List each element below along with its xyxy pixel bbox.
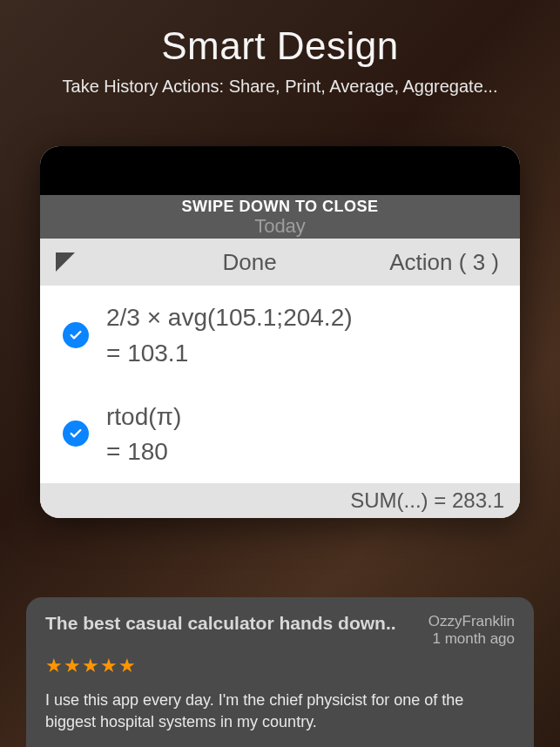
expression-text: rtod(π)	[106, 402, 181, 432]
hero-subtitle: Take History Actions: Share, Print, Aver…	[0, 77, 560, 97]
sum-row: SUM(...) = 283.1	[40, 483, 520, 518]
star-rating: ★★★★★	[45, 655, 515, 677]
review-title: The best casual calculator hands down..	[45, 613, 425, 634]
history-card: SWIPE DOWN TO CLOSE Today Done Action ( …	[40, 146, 520, 518]
history-toolbar: Done Action ( 3 )	[40, 239, 520, 286]
checkmark-icon[interactable]	[63, 421, 89, 447]
hero-title: Smart Design	[0, 24, 560, 68]
review-author: OzzyFranklin	[428, 613, 515, 630]
result-text: = 180	[106, 438, 181, 466]
review-body: I use this app every day. I'm the chief …	[45, 690, 515, 733]
hero-section: Smart Design Take History Actions: Share…	[0, 0, 560, 97]
swipe-handle[interactable]: SWIPE DOWN TO CLOSE Today	[40, 195, 520, 239]
calc-block: 2/3 × avg(105.1;204.2) = 103.1	[106, 303, 353, 367]
review-card: The best casual calculator hands down.. …	[26, 597, 534, 747]
checkmark-icon[interactable]	[63, 322, 89, 348]
action-button[interactable]: Action ( 3 )	[389, 249, 499, 276]
card-header-bar	[40, 146, 520, 195]
history-list: 2/3 × avg(105.1;204.2) = 103.1 rtod(π) =…	[40, 286, 520, 483]
swipe-label: SWIPE DOWN TO CLOSE	[40, 198, 520, 216]
list-item[interactable]: rtod(π) = 180	[40, 385, 520, 484]
review-header: The best casual calculator hands down.. …	[45, 613, 515, 648]
done-button[interactable]: Done	[110, 249, 389, 276]
review-date: 1 month ago	[428, 630, 515, 648]
dropdown-triangle-icon[interactable]	[56, 252, 75, 272]
list-item[interactable]: 2/3 × avg(105.1;204.2) = 103.1	[40, 286, 520, 385]
day-label: Today	[40, 215, 520, 238]
review-meta: OzzyFranklin 1 month ago	[428, 613, 515, 648]
expression-text: 2/3 × avg(105.1;204.2)	[106, 303, 353, 333]
result-text: = 103.1	[106, 340, 353, 367]
calc-block: rtod(π) = 180	[106, 402, 181, 467]
